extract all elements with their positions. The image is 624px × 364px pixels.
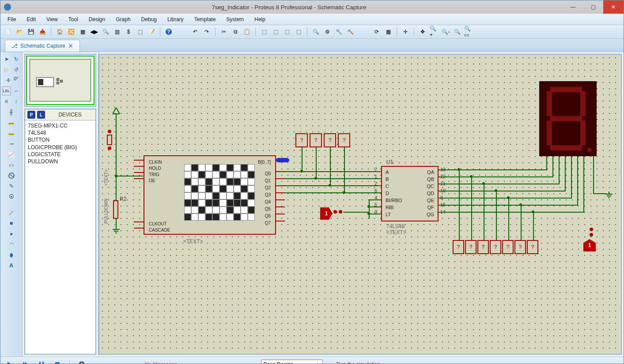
- menu-file[interactable]: File: [3, 15, 20, 24]
- subcircuit-tool-icon[interactable]: ▬: [7, 118, 16, 127]
- menu-design[interactable]: Design: [84, 15, 110, 24]
- selection-tool-icon[interactable]: ➤: [2, 55, 11, 64]
- component-tool-icon[interactable]: ▷: [2, 65, 11, 74]
- junction-tool-icon[interactable]: ✛: [4, 76, 13, 85]
- menu-view[interactable]: View: [42, 15, 62, 24]
- close-button[interactable]: ✕: [603, 0, 624, 14]
- stop-button[interactable]: [52, 359, 63, 364]
- zoom-area-icon[interactable]: 🔍▭: [464, 27, 473, 37]
- paste-icon[interactable]: 📋: [242, 27, 252, 37]
- logicprobe[interactable]: ?: [502, 240, 514, 254]
- home-icon[interactable]: 🏠: [55, 27, 64, 37]
- zoom-all-icon[interactable]: 🔍: [452, 27, 462, 37]
- label-tool-icon[interactable]: LBL: [2, 86, 11, 95]
- open-file-icon[interactable]: 📂: [15, 27, 24, 37]
- line-tool-icon[interactable]: ／: [7, 208, 16, 217]
- pulldown-resistor[interactable]: [113, 200, 118, 219]
- graph-tool-icon[interactable]: 📈: [7, 150, 16, 159]
- notes-icon[interactable]: 📝: [147, 27, 156, 37]
- vsm-icon[interactable]: ⬚: [135, 27, 145, 37]
- device-item[interactable]: PULLDOWN: [28, 158, 93, 165]
- terminal-tool-icon[interactable]: ▬: [7, 129, 16, 138]
- device-item[interactable]: LOGICSTATE: [28, 151, 93, 158]
- logicprobe[interactable]: ?: [490, 240, 501, 254]
- tape-tool-icon[interactable]: ▭: [7, 161, 16, 169]
- code-icon[interactable]: $: [124, 27, 133, 37]
- logicprobe[interactable]: ?: [338, 133, 350, 147]
- path-tool-icon[interactable]: ⬮: [7, 251, 16, 259]
- block-rotate-icon[interactable]: ⬚: [282, 27, 292, 37]
- pause-button[interactable]: [36, 359, 47, 364]
- button-component[interactable]: [106, 129, 113, 152]
- logicprobe[interactable]: ?: [453, 240, 464, 254]
- rotate-cw-icon[interactable]: ↻: [12, 55, 21, 64]
- bus-tool-icon[interactable]: ╫: [7, 108, 16, 116]
- help-icon[interactable]: ?: [164, 27, 174, 37]
- block-copy-icon[interactable]: ⬚: [259, 27, 269, 37]
- undo-icon[interactable]: ↶: [190, 27, 200, 37]
- logicprobe[interactable]: ?: [527, 240, 538, 254]
- device-item[interactable]: BUTTON: [28, 136, 93, 143]
- design-selector[interactable]: Base Design: [261, 360, 323, 364]
- pick-device-button[interactable]: P: [27, 111, 35, 119]
- schematic-icon[interactable]: 🔀: [66, 27, 76, 37]
- menu-edit[interactable]: Edit: [22, 15, 40, 24]
- menu-graph[interactable]: Graph: [111, 15, 135, 24]
- pin-tool-icon[interactable]: ⊸: [7, 139, 16, 148]
- block-delete-icon[interactable]: ⬚: [294, 27, 303, 37]
- make-device-icon[interactable]: ⚙: [322, 27, 332, 37]
- instrument-tool-icon[interactable]: ⦿: [7, 192, 16, 201]
- logicprobe[interactable]: ?: [465, 240, 477, 254]
- 3d-icon[interactable]: ◀▶: [89, 27, 99, 37]
- menu-template[interactable]: Template: [190, 15, 220, 24]
- tab-close-icon[interactable]: ✕: [68, 42, 73, 49]
- menu-help[interactable]: Help: [250, 15, 270, 24]
- text-tool-icon[interactable]: A: [7, 261, 16, 270]
- device-item[interactable]: LOGICPROBE (BIG): [28, 144, 93, 151]
- box-tool-icon[interactable]: ■: [7, 219, 16, 228]
- grid-icon[interactable]: ▦: [383, 27, 393, 37]
- library-button[interactable]: L: [37, 111, 45, 119]
- pattern-generator[interactable]: CLKIN HOLD TRIG OE CLKOUT CASCADE B[0..7…: [144, 155, 276, 235]
- cut-icon[interactable]: ✂: [219, 27, 229, 37]
- block-move-icon[interactable]: ⬚: [271, 27, 280, 37]
- generator-tool-icon[interactable]: [7, 171, 16, 180]
- redo-icon[interactable]: ↷: [202, 27, 212, 37]
- gerber-icon[interactable]: 🔍: [101, 27, 110, 37]
- menu-debug[interactable]: Debug: [137, 15, 161, 24]
- import-icon[interactable]: 📥: [38, 27, 47, 37]
- circle-tool-icon[interactable]: ●: [7, 229, 16, 238]
- tab-schematic-capture[interactable]: ⎇ Schematic Capture ✕: [5, 40, 80, 52]
- ic-u1-74ls48[interactable]: A B C D BI/RBO RBI LT QA QB QC QD QE QF …: [381, 166, 439, 221]
- pan-icon[interactable]: ✥: [418, 27, 427, 37]
- script-tool-icon[interactable]: ≡: [2, 97, 11, 106]
- maximize-button[interactable]: ▢: [583, 0, 603, 14]
- menu-library[interactable]: Library: [163, 15, 188, 24]
- logicstate-right[interactable]: 1: [583, 239, 596, 251]
- play-button[interactable]: [4, 359, 15, 364]
- packaging-icon[interactable]: 🔧: [334, 27, 344, 37]
- zoom-out-icon[interactable]: 🔍-: [441, 27, 450, 37]
- overview-panel[interactable]: [24, 54, 96, 107]
- info-icon[interactable]: i: [76, 359, 87, 364]
- step-button[interactable]: [20, 359, 31, 364]
- logicprobe[interactable]: ?: [295, 133, 308, 147]
- zoom-in-icon[interactable]: 🔍+: [429, 27, 439, 37]
- rotate-ccw-icon[interactable]: ↺: [12, 65, 21, 74]
- seven-segment-display[interactable]: [539, 81, 597, 156]
- device-item[interactable]: 74LS48: [28, 129, 93, 136]
- toggle-grid-icon[interactable]: ⟳: [372, 27, 382, 37]
- minimize-button[interactable]: —: [563, 0, 583, 14]
- device-item[interactable]: 7SEG-MPX1-CC: [28, 122, 93, 129]
- logicstate-left[interactable]: 1: [320, 207, 333, 220]
- mirror-h-icon[interactable]: ↔: [12, 86, 21, 95]
- pcb-icon[interactable]: ▦: [78, 27, 87, 37]
- pick-icon[interactable]: 🔍: [311, 27, 321, 37]
- decompose-icon[interactable]: 🔨: [345, 27, 355, 37]
- origin-icon[interactable]: ✛: [401, 27, 410, 37]
- schematic-canvas[interactable]: PULLDOWN R2 <TEXT> CLKIN HOLD TRIG OE CL…: [98, 54, 622, 355]
- new-file-icon[interactable]: 📄: [3, 27, 13, 37]
- copy-icon[interactable]: ⧉: [231, 27, 240, 37]
- mirror-v-icon[interactable]: ↕: [12, 97, 21, 106]
- logicprobe[interactable]: ?: [310, 133, 322, 147]
